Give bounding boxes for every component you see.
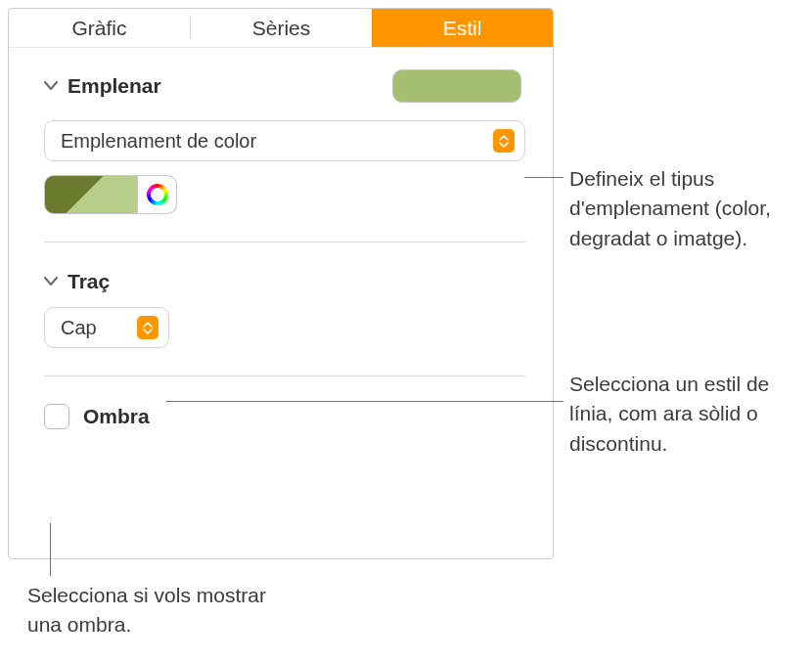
chevron-down-icon — [44, 81, 58, 91]
stroke-toggle-row[interactable]: Traç — [44, 270, 525, 293]
color-picker-button[interactable] — [138, 175, 177, 214]
updown-icon — [137, 316, 158, 339]
fill-type-label: Emplenament de color — [61, 130, 256, 153]
tab-chart[interactable]: Gràfic — [9, 9, 190, 47]
callout-fill: Defineix el tipus d'emplenament (color, … — [569, 164, 804, 253]
tab-series[interactable]: Sèries — [191, 9, 372, 47]
updown-icon — [493, 129, 515, 153]
colorwheel-icon — [147, 184, 168, 205]
fill-gradient-swatch[interactable] — [44, 175, 138, 214]
callout-shadow: Selecciona si vols mostrar una ombra. — [27, 581, 282, 640]
shadow-checkbox[interactable] — [44, 404, 69, 429]
fill-color-swatch[interactable] — [392, 69, 521, 103]
stroke-style-label: Cap — [61, 317, 97, 339]
callout-leader — [50, 523, 51, 576]
fill-color-row — [44, 175, 525, 214]
fill-section-header: Emplenar — [44, 69, 525, 103]
fill-title: Emplenar — [68, 74, 161, 98]
callout-leader — [166, 401, 564, 402]
shadow-label: Ombra — [83, 405, 150, 428]
tab-bar: Gràfic Sèries Estil — [9, 9, 553, 48]
fill-type-select[interactable]: Emplenament de color — [44, 120, 525, 161]
callout-leader — [524, 177, 564, 178]
section-divider — [44, 242, 525, 242]
stroke-style-select[interactable]: Cap — [44, 307, 169, 348]
chevron-down-icon — [44, 277, 58, 286]
shadow-row: Ombra — [44, 404, 525, 429]
stroke-title: Traç — [68, 270, 110, 293]
callout-stroke: Selecciona un estil de línia, com ara sò… — [569, 370, 804, 459]
panel-body: Emplenar Emplenament de color — [9, 48, 553, 429]
fill-toggle-row[interactable]: Emplenar — [44, 74, 161, 98]
section-divider — [44, 375, 525, 376]
inspector-panel: Gràfic Sèries Estil Emplenar Emplenament… — [8, 8, 554, 559]
tab-style[interactable]: Estil — [372, 9, 553, 47]
stroke-section: Traç Cap — [44, 270, 525, 348]
